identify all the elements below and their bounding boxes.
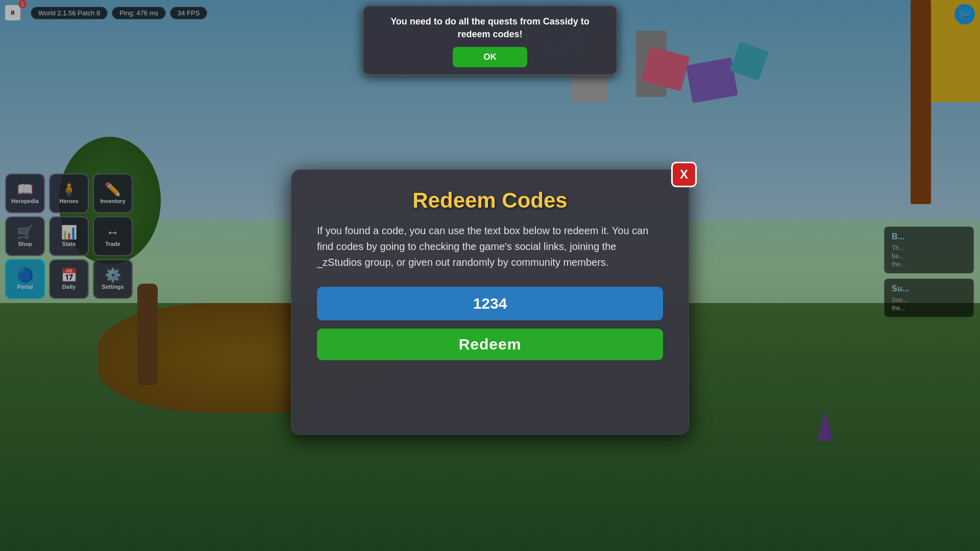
code-input[interactable] xyxy=(317,287,663,320)
close-modal-button[interactable]: X xyxy=(671,162,697,187)
redeem-codes-modal: X Redeem Codes If you found a code, you … xyxy=(291,169,689,435)
modal-description: If you found a code, you can use the tex… xyxy=(317,223,663,270)
redeem-button[interactable]: Redeem xyxy=(317,329,663,360)
notification-popup: You need to do all the quests from Cassi… xyxy=(362,5,618,76)
notification-message: You need to do all the quests from Cassi… xyxy=(378,15,602,41)
modal-title: Redeem Codes xyxy=(317,188,663,213)
notification-ok-button[interactable]: OK xyxy=(453,47,527,67)
